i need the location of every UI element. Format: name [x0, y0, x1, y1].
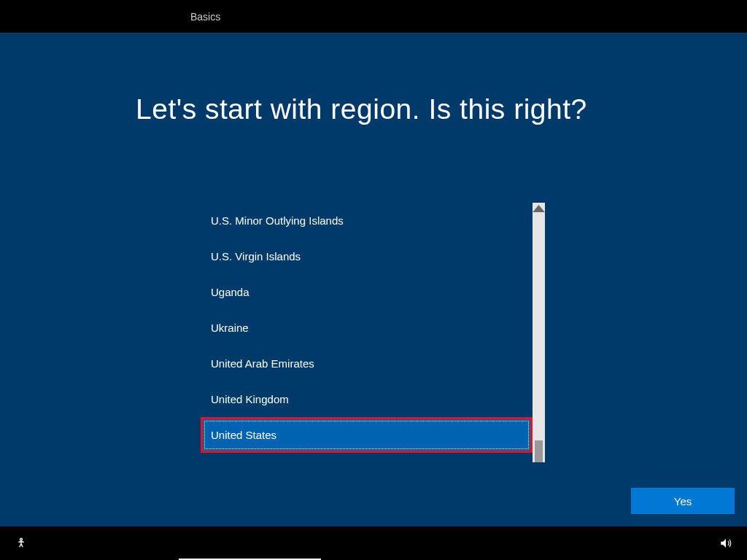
region-item[interactable]: Uganda	[201, 274, 533, 310]
region-item[interactable]: United Kingdom	[201, 381, 533, 417]
region-item[interactable]: U.S. Minor Outlying Islands	[201, 203, 533, 238]
volume-icon[interactable]	[715, 532, 737, 554]
tab-label: Basics	[190, 11, 220, 23]
svg-point-0	[20, 538, 23, 540]
region-listbox[interactable]: U.S. Minor Outlying IslandsU.S. Virgin I…	[201, 203, 533, 462]
scrollbar[interactable]	[533, 203, 545, 462]
region-item[interactable]: United States	[201, 417, 533, 453]
page-heading: Let's start with region. Is this right?	[136, 93, 587, 125]
scroll-up-arrow-icon[interactable]	[533, 203, 545, 214]
yes-button[interactable]: Yes	[631, 488, 735, 514]
top-bar: Basics	[0, 0, 747, 33]
scrollbar-thumb[interactable]	[535, 440, 543, 462]
accessibility-icon[interactable]	[10, 532, 32, 554]
region-item[interactable]: Ukraine	[201, 310, 533, 346]
tabs-container: Basics	[179, 0, 232, 33]
region-listbox-container: U.S. Minor Outlying IslandsU.S. Virgin I…	[201, 203, 545, 462]
region-item[interactable]: U.S. Virgin Islands	[201, 238, 533, 274]
tab-basics[interactable]: Basics	[179, 0, 232, 33]
region-item[interactable]: United Arab Emirates	[201, 346, 533, 381]
main-content: Let's start with region. Is this right? …	[0, 33, 747, 526]
bottom-bar	[0, 526, 747, 560]
